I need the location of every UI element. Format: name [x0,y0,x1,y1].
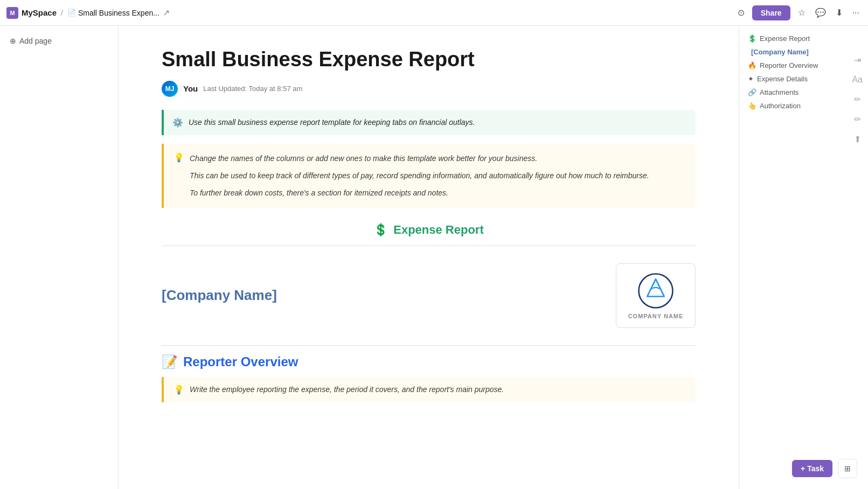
brand-label: MySpace [22,8,57,17]
toc-item-authorization[interactable]: 👆 Authorization [744,100,849,112]
star-icon[interactable]: ☆ [796,5,808,20]
company-logo-label: COMPANY NAME [628,313,684,319]
navbar: M MySpace / 📄 Small Business Expen... ↗ … [0,0,868,26]
add-page-button[interactable]: ⊕ Add page [6,34,55,47]
settings-icon[interactable]: ⊙ [735,5,747,20]
author-row: MJ You Last Updated: Today at 8:57 am [162,81,696,97]
toc-item-expense-report[interactable]: 💲 Expense Report [744,32,849,45]
lightbulb-icon-2: 💡 [173,385,184,395]
breadcrumb-doc[interactable]: 📄 Small Business Expen... [67,9,159,17]
divider-1 [162,246,696,246]
reporter-info-banner: 💡 Write the employee reporting the expen… [162,377,696,402]
add-page-label: Add page [19,37,52,45]
main-content: Small Business Expense Report MJ You Las… [119,26,739,489]
divider-2 [162,345,696,346]
more-icon[interactable]: ··· [850,6,862,20]
reporter-banner-text: Write the employee reporting the expense… [190,385,504,394]
info-banner-yellow: 💡 Change the names of the columns or add… [162,144,696,208]
add-page-icon: ⊕ [10,37,16,45]
company-logo-svg [637,272,675,310]
yellow-banner-text-1: Change the names of the columns or add n… [190,152,649,164]
company-logo-box: COMPANY NAME [616,263,696,328]
toc-item-company-name[interactable]: [Company Name] [744,46,849,58]
lightbulb-icon: 💡 [173,152,184,163]
doc-icon: 📄 [67,9,76,17]
toc: 💲 Expense Report [Company Name] 🔥 Report… [744,32,864,112]
edit-icon-2[interactable]: ✏ [850,112,865,127]
brand-icon: M [6,7,18,19]
layout: ⊕ Add page Small Business Expense Report… [0,26,868,489]
left-sidebar: ⊕ Add page [0,26,119,489]
breadcrumb-doc-label: Small Business Expen... [78,9,159,17]
font-icon[interactable]: Aa [850,73,865,87]
toc-item-reporter-overview[interactable]: 🔥 Reporter Overview [744,59,849,72]
green-banner-text: Use this small business expense report t… [189,118,475,127]
collapse-icon[interactable]: ⇥ [850,53,865,67]
upload-icon[interactable]: ⬆ [850,132,865,146]
reporter-overview-heading: 📝 Reporter Overview [162,354,696,369]
grid-button[interactable]: ⊞ [838,459,857,478]
info-banner-green: ⚙️ Use this small business expense repor… [162,110,696,135]
navbar-right: ⊙ Share ☆ 💬 ⬇ ··· [735,5,862,20]
task-button[interactable]: + Task [792,460,832,477]
right-sidebar: ⇥ Aa ✏ ✏ ⬆ 💲 Expense Report [Company Nam… [739,26,868,489]
download-icon[interactable]: ⬇ [834,5,845,20]
breadcrumb-sep: / [61,9,63,17]
dollar-icon: 💲 [373,223,388,237]
reporter-icon: 📝 [162,354,178,369]
expense-report-heading: 💲 Expense Report [162,223,696,237]
export-icon[interactable]: ↗ [163,8,170,18]
toc-item-expense-details[interactable]: ✦ Expense Details [744,73,849,85]
chat-icon[interactable]: 💬 [813,5,828,20]
share-button[interactable]: Share [752,5,790,20]
brand[interactable]: M MySpace [6,7,57,19]
edit-icon-1[interactable]: ✏ [850,92,865,107]
document-title: Small Business Expense Report [162,47,696,72]
author-name: You [183,84,198,93]
avatar: MJ [162,81,178,97]
company-block: [Company Name] COMPANY NAME [162,255,696,337]
yellow-banner-text-3: To further break down costs, there's a s… [190,187,649,199]
company-name-placeholder[interactable]: [Company Name] [162,287,277,304]
bottom-right: + Task ⊞ [792,459,857,478]
toc-item-attachments[interactable]: 🔗 Attachments [744,86,849,99]
yellow-banner-text-2: This can be used to keep track of differ… [190,170,649,181]
last-updated: Last Updated: Today at 8:57 am [203,85,302,93]
right-side-icons: ⇥ Aa ✏ ✏ ⬆ [850,53,865,146]
info-icon-green: ⚙️ [172,117,183,128]
